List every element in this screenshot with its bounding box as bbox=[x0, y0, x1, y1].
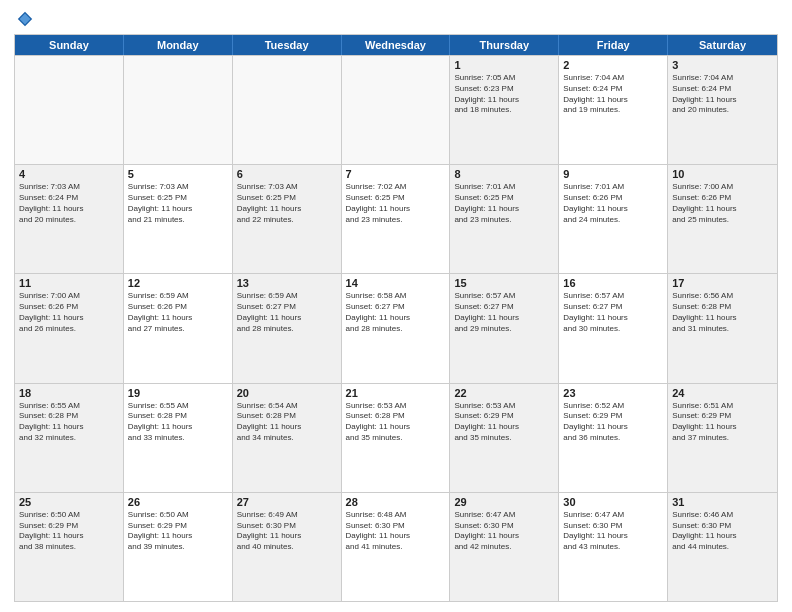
logo-icon bbox=[16, 10, 34, 28]
day-info: Sunrise: 6:55 AMSunset: 6:28 PMDaylight:… bbox=[19, 401, 119, 444]
day-cell-8: 8Sunrise: 7:01 AMSunset: 6:25 PMDaylight… bbox=[450, 165, 559, 273]
day-cell-11: 11Sunrise: 7:00 AMSunset: 6:26 PMDayligh… bbox=[15, 274, 124, 382]
day-info: Sunrise: 6:59 AMSunset: 6:27 PMDaylight:… bbox=[237, 291, 337, 334]
day-info: Sunrise: 6:59 AMSunset: 6:26 PMDaylight:… bbox=[128, 291, 228, 334]
day-cell-26: 26Sunrise: 6:50 AMSunset: 6:29 PMDayligh… bbox=[124, 493, 233, 601]
calendar-body: 1Sunrise: 7:05 AMSunset: 6:23 PMDaylight… bbox=[15, 55, 777, 601]
week-row-5: 25Sunrise: 6:50 AMSunset: 6:29 PMDayligh… bbox=[15, 492, 777, 601]
day-number: 27 bbox=[237, 496, 337, 508]
day-cell-4: 4Sunrise: 7:03 AMSunset: 6:24 PMDaylight… bbox=[15, 165, 124, 273]
week-row-4: 18Sunrise: 6:55 AMSunset: 6:28 PMDayligh… bbox=[15, 383, 777, 492]
day-number: 8 bbox=[454, 168, 554, 180]
day-cell-28: 28Sunrise: 6:48 AMSunset: 6:30 PMDayligh… bbox=[342, 493, 451, 601]
day-number: 20 bbox=[237, 387, 337, 399]
day-cell-21: 21Sunrise: 6:53 AMSunset: 6:28 PMDayligh… bbox=[342, 384, 451, 492]
day-info: Sunrise: 7:03 AMSunset: 6:25 PMDaylight:… bbox=[128, 182, 228, 225]
header-day-monday: Monday bbox=[124, 35, 233, 55]
day-info: Sunrise: 6:58 AMSunset: 6:27 PMDaylight:… bbox=[346, 291, 446, 334]
day-number: 24 bbox=[672, 387, 773, 399]
day-cell-2: 2Sunrise: 7:04 AMSunset: 6:24 PMDaylight… bbox=[559, 56, 668, 164]
day-info: Sunrise: 7:04 AMSunset: 6:24 PMDaylight:… bbox=[672, 73, 773, 116]
day-info: Sunrise: 7:03 AMSunset: 6:25 PMDaylight:… bbox=[237, 182, 337, 225]
day-number: 18 bbox=[19, 387, 119, 399]
day-info: Sunrise: 7:02 AMSunset: 6:25 PMDaylight:… bbox=[346, 182, 446, 225]
empty-cell bbox=[233, 56, 342, 164]
day-info: Sunrise: 6:55 AMSunset: 6:28 PMDaylight:… bbox=[128, 401, 228, 444]
day-cell-29: 29Sunrise: 6:47 AMSunset: 6:30 PMDayligh… bbox=[450, 493, 559, 601]
week-row-3: 11Sunrise: 7:00 AMSunset: 6:26 PMDayligh… bbox=[15, 273, 777, 382]
day-number: 2 bbox=[563, 59, 663, 71]
header-day-tuesday: Tuesday bbox=[233, 35, 342, 55]
svg-marker-1 bbox=[20, 14, 31, 25]
day-info: Sunrise: 6:46 AMSunset: 6:30 PMDaylight:… bbox=[672, 510, 773, 553]
day-info: Sunrise: 7:01 AMSunset: 6:26 PMDaylight:… bbox=[563, 182, 663, 225]
day-cell-1: 1Sunrise: 7:05 AMSunset: 6:23 PMDaylight… bbox=[450, 56, 559, 164]
day-number: 15 bbox=[454, 277, 554, 289]
day-info: Sunrise: 6:52 AMSunset: 6:29 PMDaylight:… bbox=[563, 401, 663, 444]
day-cell-13: 13Sunrise: 6:59 AMSunset: 6:27 PMDayligh… bbox=[233, 274, 342, 382]
day-number: 25 bbox=[19, 496, 119, 508]
day-cell-31: 31Sunrise: 6:46 AMSunset: 6:30 PMDayligh… bbox=[668, 493, 777, 601]
day-number: 14 bbox=[346, 277, 446, 289]
day-number: 23 bbox=[563, 387, 663, 399]
header-day-sunday: Sunday bbox=[15, 35, 124, 55]
day-info: Sunrise: 6:51 AMSunset: 6:29 PMDaylight:… bbox=[672, 401, 773, 444]
day-cell-22: 22Sunrise: 6:53 AMSunset: 6:29 PMDayligh… bbox=[450, 384, 559, 492]
day-number: 11 bbox=[19, 277, 119, 289]
day-number: 4 bbox=[19, 168, 119, 180]
day-number: 16 bbox=[563, 277, 663, 289]
header-day-wednesday: Wednesday bbox=[342, 35, 451, 55]
day-info: Sunrise: 7:04 AMSunset: 6:24 PMDaylight:… bbox=[563, 73, 663, 116]
day-info: Sunrise: 7:00 AMSunset: 6:26 PMDaylight:… bbox=[672, 182, 773, 225]
day-cell-9: 9Sunrise: 7:01 AMSunset: 6:26 PMDaylight… bbox=[559, 165, 668, 273]
day-cell-27: 27Sunrise: 6:49 AMSunset: 6:30 PMDayligh… bbox=[233, 493, 342, 601]
day-number: 17 bbox=[672, 277, 773, 289]
day-info: Sunrise: 6:47 AMSunset: 6:30 PMDaylight:… bbox=[454, 510, 554, 553]
day-number: 3 bbox=[672, 59, 773, 71]
week-row-2: 4Sunrise: 7:03 AMSunset: 6:24 PMDaylight… bbox=[15, 164, 777, 273]
day-number: 6 bbox=[237, 168, 337, 180]
day-number: 7 bbox=[346, 168, 446, 180]
day-number: 28 bbox=[346, 496, 446, 508]
day-number: 31 bbox=[672, 496, 773, 508]
day-info: Sunrise: 6:50 AMSunset: 6:29 PMDaylight:… bbox=[128, 510, 228, 553]
day-cell-14: 14Sunrise: 6:58 AMSunset: 6:27 PMDayligh… bbox=[342, 274, 451, 382]
day-info: Sunrise: 7:03 AMSunset: 6:24 PMDaylight:… bbox=[19, 182, 119, 225]
day-info: Sunrise: 6:57 AMSunset: 6:27 PMDaylight:… bbox=[563, 291, 663, 334]
day-cell-23: 23Sunrise: 6:52 AMSunset: 6:29 PMDayligh… bbox=[559, 384, 668, 492]
calendar-header: SundayMondayTuesdayWednesdayThursdayFrid… bbox=[15, 35, 777, 55]
day-cell-18: 18Sunrise: 6:55 AMSunset: 6:28 PMDayligh… bbox=[15, 384, 124, 492]
week-row-1: 1Sunrise: 7:05 AMSunset: 6:23 PMDaylight… bbox=[15, 55, 777, 164]
header bbox=[14, 10, 778, 28]
day-info: Sunrise: 7:01 AMSunset: 6:25 PMDaylight:… bbox=[454, 182, 554, 225]
day-info: Sunrise: 6:54 AMSunset: 6:28 PMDaylight:… bbox=[237, 401, 337, 444]
empty-cell bbox=[342, 56, 451, 164]
day-info: Sunrise: 6:57 AMSunset: 6:27 PMDaylight:… bbox=[454, 291, 554, 334]
day-cell-15: 15Sunrise: 6:57 AMSunset: 6:27 PMDayligh… bbox=[450, 274, 559, 382]
day-cell-30: 30Sunrise: 6:47 AMSunset: 6:30 PMDayligh… bbox=[559, 493, 668, 601]
empty-cell bbox=[124, 56, 233, 164]
day-cell-24: 24Sunrise: 6:51 AMSunset: 6:29 PMDayligh… bbox=[668, 384, 777, 492]
header-day-friday: Friday bbox=[559, 35, 668, 55]
day-cell-10: 10Sunrise: 7:00 AMSunset: 6:26 PMDayligh… bbox=[668, 165, 777, 273]
day-number: 22 bbox=[454, 387, 554, 399]
page: SundayMondayTuesdayWednesdayThursdayFrid… bbox=[0, 0, 792, 612]
logo bbox=[14, 10, 34, 28]
day-cell-12: 12Sunrise: 6:59 AMSunset: 6:26 PMDayligh… bbox=[124, 274, 233, 382]
day-info: Sunrise: 6:50 AMSunset: 6:29 PMDaylight:… bbox=[19, 510, 119, 553]
day-info: Sunrise: 6:47 AMSunset: 6:30 PMDaylight:… bbox=[563, 510, 663, 553]
day-number: 13 bbox=[237, 277, 337, 289]
day-info: Sunrise: 6:49 AMSunset: 6:30 PMDaylight:… bbox=[237, 510, 337, 553]
calendar: SundayMondayTuesdayWednesdayThursdayFrid… bbox=[14, 34, 778, 602]
header-day-saturday: Saturday bbox=[668, 35, 777, 55]
day-cell-20: 20Sunrise: 6:54 AMSunset: 6:28 PMDayligh… bbox=[233, 384, 342, 492]
day-number: 9 bbox=[563, 168, 663, 180]
day-number: 1 bbox=[454, 59, 554, 71]
day-cell-16: 16Sunrise: 6:57 AMSunset: 6:27 PMDayligh… bbox=[559, 274, 668, 382]
day-info: Sunrise: 6:48 AMSunset: 6:30 PMDaylight:… bbox=[346, 510, 446, 553]
day-number: 12 bbox=[128, 277, 228, 289]
day-cell-19: 19Sunrise: 6:55 AMSunset: 6:28 PMDayligh… bbox=[124, 384, 233, 492]
day-cell-7: 7Sunrise: 7:02 AMSunset: 6:25 PMDaylight… bbox=[342, 165, 451, 273]
day-cell-6: 6Sunrise: 7:03 AMSunset: 6:25 PMDaylight… bbox=[233, 165, 342, 273]
day-number: 30 bbox=[563, 496, 663, 508]
